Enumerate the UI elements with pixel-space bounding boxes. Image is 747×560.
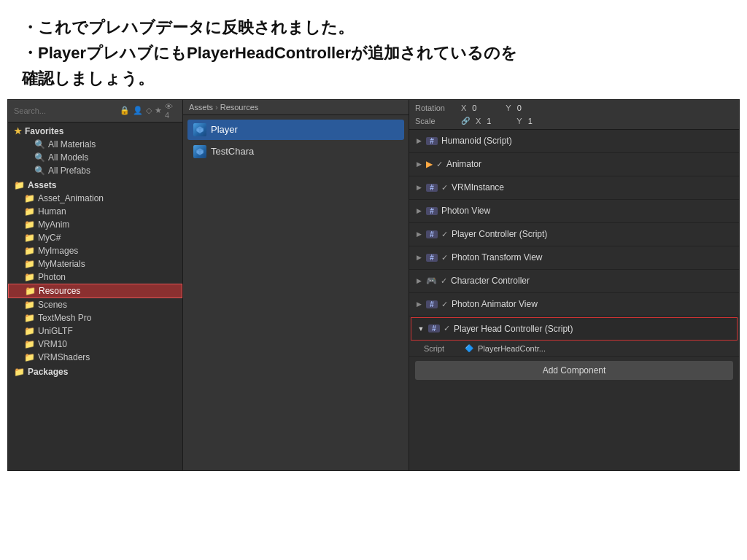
folder-icon-5: 📁 — [24, 246, 35, 256]
photon-transform-name: Photon Transform View — [452, 252, 733, 262]
component-character-controller[interactable]: ▶ 🎮 ✓ Character Controller — [409, 270, 739, 293]
sidebar-item-vrmshaders[interactable]: 📁 VRMShaders — [8, 351, 182, 364]
file-testchara-label: TestChara — [211, 146, 254, 157]
packages-label: Packages — [28, 367, 68, 377]
folder-icon-assets: 📁 — [14, 180, 25, 190]
triangle-player-controller: ▶ — [415, 230, 422, 238]
top-text-block: ・これでプレハブデータに反映されました。 ・PlayerプレハブにもPlayer… — [0, 0, 747, 99]
folder-icon-10: 📁 — [24, 313, 35, 323]
triangle-player-head: ▼ — [417, 325, 425, 332]
photon-view-name: Photon View — [441, 206, 733, 216]
all-prefabs-label: All Prefabs — [48, 166, 90, 176]
component-photon-animator[interactable]: ▶ # ✓ Photon Animator View — [409, 293, 739, 316]
eye-icon: 👁 4 — [165, 102, 179, 120]
breadcrumb-assets: Assets — [189, 103, 213, 112]
top-line2: ・PlayerプレハブにもPlayerHeadControllerが追加されてい… — [22, 40, 725, 66]
sidebar-item-vrm10[interactable]: 📁 VRM10 — [8, 338, 182, 351]
rotation-x-value: 0 — [472, 104, 494, 112]
script-value: PlayerHeadContr... — [478, 344, 546, 353]
check-vrminstance: ✓ — [441, 183, 448, 192]
textmesh-label: TextMesh Pro — [38, 313, 91, 323]
component-animator[interactable]: ▶ ▶ ✓ Animator — [409, 153, 739, 176]
folder-icon-2: 📁 — [24, 206, 35, 217]
badge-player-controller: # — [426, 230, 438, 238]
breadcrumb-resources: Resources — [220, 103, 259, 112]
humanoid-name: Humanoid (Script) — [441, 136, 733, 146]
human-label: Human — [38, 206, 66, 217]
component-player-controller[interactable]: ▶ # ✓ Player Controller (Script) — [409, 223, 739, 246]
file-item-testchara[interactable]: TestChara — [187, 141, 404, 162]
sidebar-item-human[interactable]: 📁 Human — [8, 205, 182, 218]
sidebar-item-all-models[interactable]: 🔍 All Models — [8, 151, 182, 164]
inspector-top: Rotation X 0 Y 0 Scale 🔗 X 1 Y 1 — [409, 100, 739, 130]
badge-photon-transform: # — [426, 254, 438, 262]
rotation-y-label: Y — [506, 104, 511, 112]
component-player-head-controller[interactable]: ▼ # ✓ Player Head Controller (Script) — [411, 317, 738, 341]
project-panel: 🔒 👤 ◇ ★ 👁 4 ★ Favorites 🔍 All Materials — [8, 100, 183, 470]
person-small-icon: 👤 — [133, 106, 143, 115]
triangle-photon-animator: ▶ — [415, 300, 422, 308]
folder-icon-12: 📁 — [24, 339, 35, 349]
sidebar-item-all-prefabs[interactable]: 🔍 All Prefabs — [8, 164, 182, 177]
sidebar-item-scenes[interactable]: 📁 Scenes — [8, 298, 182, 311]
sidebar-item-myc[interactable]: 📁 MyC# — [8, 231, 182, 244]
folder-icon-6: 📁 — [24, 259, 35, 269]
badge-animator: ▶ — [426, 159, 433, 169]
star-small-icon: ★ — [155, 106, 162, 115]
sidebar-item-myanim[interactable]: 📁 MyAnim — [8, 218, 182, 231]
sidebar-item-resources[interactable]: 📁 Resources — [8, 284, 182, 298]
rotation-row: Rotation X 0 Y 0 — [415, 102, 546, 114]
all-materials-label: All Materials — [48, 139, 96, 149]
triangle-animator: ▶ — [415, 160, 422, 168]
component-photon-view[interactable]: ▶ # Photon View — [409, 200, 739, 223]
add-component-button[interactable]: Add Component — [415, 361, 733, 380]
favorites-section: ★ Favorites 🔍 All Materials 🔍 All Models… — [8, 125, 182, 177]
assets-label: Assets — [28, 180, 56, 190]
check-photon-transform: ✓ — [441, 253, 448, 262]
lock-icon: 🔒 — [120, 106, 130, 115]
folder-icon-3: 📁 — [24, 219, 35, 230]
scale-y-label: Y — [516, 117, 522, 125]
search-bar: 🔒 👤 ◇ ★ 👁 4 — [8, 100, 182, 122]
photon-animator-name: Photon Animator View — [452, 299, 733, 309]
myc-label: MyC# — [38, 233, 61, 243]
component-humanoid[interactable]: ▶ # Humanoid (Script) — [409, 130, 739, 153]
folder-icon-13: 📁 — [24, 352, 35, 362]
scale-y-value: 1 — [528, 117, 546, 125]
search-input[interactable] — [12, 104, 117, 117]
scale-x-value: 1 — [487, 117, 505, 125]
vrmshaders-label: VRMShaders — [38, 352, 90, 362]
sidebar-item-myimages[interactable]: 📁 MyImages — [8, 244, 182, 257]
packages-header: 📁 Packages — [8, 364, 182, 378]
check-photon-animator: ✓ — [441, 300, 448, 309]
component-photon-transform[interactable]: ▶ # ✓ Photon Transform View — [409, 246, 739, 270]
folder-icon-packages: 📁 — [14, 367, 25, 377]
sidebar-item-asset-animation[interactable]: 📁 Asset_Animation — [8, 192, 182, 205]
sidebar-item-photon[interactable]: 📁 Photon — [8, 271, 182, 284]
badge-player-head: # — [428, 324, 440, 332]
sidebar-item-all-materials[interactable]: 🔍 All Materials — [8, 138, 182, 151]
badge-character-controller: 🎮 — [426, 276, 437, 286]
sidebar-item-textmesh[interactable]: 📁 TextMesh Pro — [8, 311, 182, 324]
sidebar-item-mymaterials[interactable]: 📁 MyMaterials — [8, 257, 182, 271]
triangle-photon-transform: ▶ — [415, 254, 422, 261]
vrm10-label: VRM10 — [38, 339, 67, 349]
cube-icon-testchara — [193, 145, 206, 158]
star-icon: ★ — [14, 126, 22, 136]
sidebar-item-unigltf[interactable]: 📁 UniGLTF — [8, 324, 182, 338]
myimages-label: MyImages — [38, 246, 78, 256]
component-vrminstance[interactable]: ▶ # ✓ VRMInstance — [409, 176, 739, 200]
component-list: ▶ # Humanoid (Script) ▶ ▶ ✓ Animator ▶ #… — [409, 130, 739, 470]
unigltf-label: UniGLTF — [38, 326, 73, 336]
rotation-y-value: 0 — [517, 104, 539, 112]
unity-editor: 🔒 👤 ◇ ★ 👁 4 ★ Favorites 🔍 All Materials — [7, 99, 740, 471]
file-item-player[interactable]: Player — [187, 120, 404, 140]
top-line3: 確認しましょう。 — [22, 66, 725, 91]
favorites-header: ★ Favorites — [8, 125, 182, 138]
folder-icon-9: 📁 — [24, 300, 35, 310]
rotation-label: Rotation — [415, 104, 455, 112]
folder-icon-8: 📁 — [25, 286, 36, 296]
folder-icon-11: 📁 — [24, 326, 35, 336]
asset-animation-label: Asset_Animation — [38, 193, 104, 203]
assets-header: 📁 Assets — [8, 179, 182, 192]
